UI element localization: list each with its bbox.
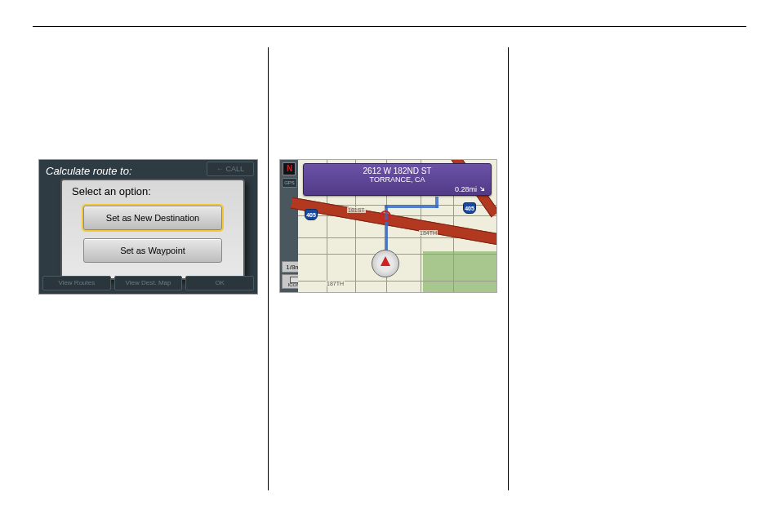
direction-arrow-icon: ➔ xyxy=(478,184,488,195)
distance-readout: 0.28mi➔ xyxy=(455,185,486,193)
vehicle-arrow-icon xyxy=(381,256,390,266)
call-button[interactable]: ← CALL xyxy=(207,162,254,176)
screen-title: Calculate route to: xyxy=(46,165,132,177)
route-segment xyxy=(435,197,438,208)
column-divider xyxy=(508,47,509,490)
set-new-destination-button[interactable]: Set as New Destination xyxy=(83,206,222,230)
park-area xyxy=(423,251,496,292)
street-label: 187TH xyxy=(326,281,345,286)
destination-marker-icon xyxy=(380,211,391,222)
dialog-title: Select an option: xyxy=(72,185,234,197)
street-label: 181ST xyxy=(347,207,366,213)
option-dialog: Select an option: Set as New Destination… xyxy=(60,179,245,280)
view-routes-button[interactable]: View Routes xyxy=(42,276,111,290)
highway-shield-icon: 405 xyxy=(305,209,318,220)
destination-address-bar: 2612 W 182ND ST TORRANCE, CA 0.28mi➔ xyxy=(303,163,492,196)
page-rule xyxy=(33,26,746,27)
address-line-2: TORRANCE, CA xyxy=(304,175,491,184)
set-waypoint-button[interactable]: Set as Waypoint xyxy=(83,238,222,263)
road xyxy=(298,254,496,255)
ok-button[interactable]: OK xyxy=(185,276,254,290)
nav-dialog-screenshot: Calculate route to: ← CALL Select an opt… xyxy=(39,160,257,294)
column-divider xyxy=(268,47,269,490)
bottom-bar: View Routes View Dest. Map OK xyxy=(42,276,254,290)
route-segment xyxy=(385,205,438,208)
view-dest-map-button[interactable]: View Dest. Map xyxy=(114,276,183,290)
street-label: 184TH xyxy=(419,230,438,236)
nav-map-screenshot: GPS 1/8mi ICON 181ST 184TH 187TH 405 405 xyxy=(280,160,496,292)
north-indicator-icon[interactable] xyxy=(283,162,296,175)
address-line-1: 2612 W 182ND ST xyxy=(304,166,491,175)
gps-indicator-icon: GPS xyxy=(282,178,297,188)
highway-shield-icon: 405 xyxy=(463,202,476,214)
